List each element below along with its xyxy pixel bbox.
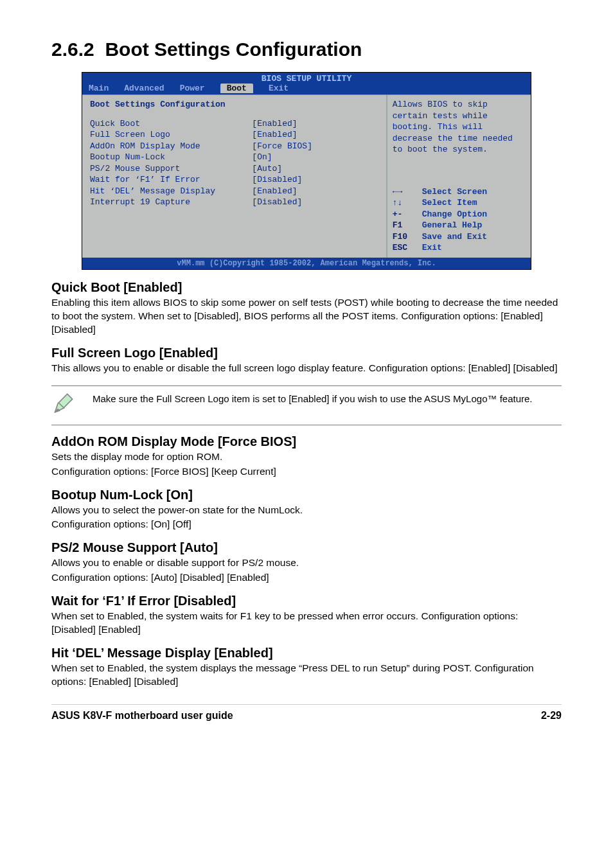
bios-tab-boot: Boot (220, 84, 253, 93)
item-ps2-body2: Configuration options: [Auto] [Disabled]… (51, 571, 562, 585)
key-desc: Exit (422, 242, 526, 254)
item-addon-rom-title: AddOn ROM Display Mode [Force BIOS] (51, 434, 562, 449)
item-ps2-body1: Allows you to enable or disable support … (51, 556, 562, 570)
item-quick-boot-body: Enabling this item allows BIOS to skip s… (51, 296, 562, 337)
item-numlock-body1: Allows you to select the power-on state … (51, 504, 562, 517)
bios-tab-exit: Exit (269, 84, 289, 93)
bios-row: Interrupt 19 Capture[Disabled] (90, 197, 380, 208)
bios-left-panel: Boot Settings Configuration Quick Boot[E… (82, 95, 387, 258)
bios-key-legend: ←→Select Screen ↑↓Select Item +-Change O… (393, 186, 526, 254)
bios-screenshot: BIOS SETUP UTILITY Main Advanced Power B… (82, 72, 531, 270)
item-addon-rom-body2: Configuration options: [Force BIOS] [Kee… (51, 465, 562, 479)
bios-row-value: [On] (252, 152, 379, 163)
item-wait-f1-body: When set to Enabled, the system waits fo… (51, 610, 562, 637)
key: ESC (393, 242, 422, 254)
key-desc: Select Screen (422, 186, 526, 198)
item-ps2-title: PS/2 Mouse Support [Auto] (51, 540, 562, 555)
bios-panel-title: Boot Settings Configuration (90, 99, 380, 111)
bios-right-panel: Allows BIOS to skip certain tests while … (387, 95, 531, 258)
bios-row: Wait for ‘F1’ If Error[Disabled] (90, 174, 380, 186)
note-block: Make sure the Full Screen Logo item is s… (51, 385, 562, 425)
bios-tab-advanced: Advanced (124, 84, 164, 93)
bios-body: Boot Settings Configuration Quick Boot[E… (82, 94, 531, 258)
bios-tab-main: Main (89, 84, 109, 93)
bios-row-label: Hit ‘DEL’ Message Display (90, 186, 252, 197)
bios-row-label: Wait for ‘F1’ If Error (90, 174, 252, 186)
key: ←→ (393, 186, 422, 198)
bios-row-label: AddOn ROM Display Mode (90, 141, 252, 152)
bios-row-label: Bootup Num-Lock (90, 152, 252, 163)
key-desc: Save and Exit (422, 231, 526, 243)
bios-tab-power: Power (180, 84, 205, 93)
bios-row-value: [Enabled] (252, 186, 379, 197)
key: F10 (393, 231, 422, 243)
item-hit-del-body: When set to Enabled, the system displays… (51, 662, 562, 689)
key: ↑↓ (393, 197, 422, 209)
note-text: Make sure the Full Screen Logo item is s… (93, 393, 533, 405)
bios-row: Quick Boot[Enabled] (90, 118, 380, 130)
bios-row: AddOn ROM Display Mode[Force BIOS] (90, 141, 380, 152)
bios-row-label: Full Screen Logo (90, 129, 252, 141)
item-numlock-title: Bootup Num-Lock [On] (51, 488, 562, 502)
item-quick-boot-title: Quick Boot [Enabled] (51, 280, 562, 295)
bios-title: BIOS SETUP UTILITY (82, 73, 531, 84)
bios-footer: vMM.mm (C)Copyright 1985-2002, American … (82, 258, 531, 269)
key: F1 (393, 220, 422, 231)
key-desc: Change Option (422, 209, 526, 220)
bios-row-value: [Disabled] (252, 197, 379, 208)
bios-row: Hit ‘DEL’ Message Display[Enabled] (90, 186, 380, 197)
item-addon-rom-body1: Sets the display mode for option ROM. (51, 450, 562, 464)
bios-row-label: Interrupt 19 Capture (90, 197, 252, 208)
item-hit-del-title: Hit ‘DEL’ Message Display [Enabled] (51, 646, 562, 660)
bios-row-label: Quick Boot (90, 118, 252, 130)
bios-row: Full Screen Logo[Enabled] (90, 129, 380, 141)
bios-row-label: PS/2 Mouse Support (90, 163, 252, 175)
item-numlock-body2: Configuration options: [On] [Off] (51, 518, 562, 531)
page-footer: ASUS K8V-F motherboard user guide 2-29 (51, 704, 562, 722)
bios-help-text: Allows BIOS to skip certain tests while … (393, 99, 526, 155)
item-full-screen-logo-title: Full Screen Logo [Enabled] (51, 346, 562, 360)
bios-row: PS/2 Mouse Support[Auto] (90, 163, 380, 175)
item-wait-f1-title: Wait for ‘F1’ If Error [Disabled] (51, 594, 562, 608)
bios-row-value: [Enabled] (252, 118, 379, 130)
footer-right: 2-29 (541, 710, 562, 722)
section-number: 2.6.2 (51, 39, 94, 60)
bios-row-value: [Force BIOS] (252, 141, 379, 152)
bios-row-value: [Disabled] (252, 174, 379, 186)
key: +- (393, 209, 422, 220)
item-full-screen-logo-body: This allows you to enable or disable the… (51, 362, 562, 375)
bios-row-value: [Auto] (252, 163, 379, 175)
bios-row-value: [Enabled] (252, 129, 379, 141)
key-desc: Select Item (422, 197, 526, 209)
bios-menu-bar: Main Advanced Power Boot Exit (82, 84, 531, 94)
bios-row: Bootup Num-Lock[On] (90, 152, 380, 163)
pencil-icon (51, 393, 75, 418)
key-desc: General Help (422, 220, 526, 231)
section-heading: 2.6.2 Boot Settings Configuration (51, 39, 562, 60)
footer-left: ASUS K8V-F motherboard user guide (51, 710, 233, 722)
section-title: Boot Settings Configuration (105, 39, 362, 60)
